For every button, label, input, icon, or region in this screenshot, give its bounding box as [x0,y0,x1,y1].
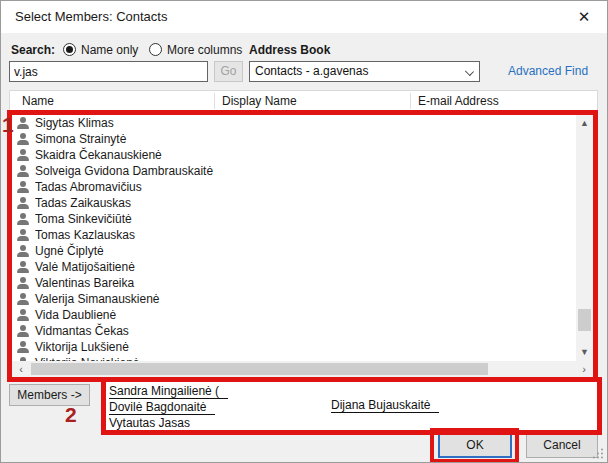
horizontal-scroll-thumb[interactable] [31,363,488,375]
contact-person-icon [17,133,29,145]
contact-person-icon [17,165,29,177]
close-icon[interactable]: ✕ [574,7,594,27]
contact-person-icon [17,245,29,257]
radio-more-columns-label[interactable]: More columns [167,43,242,57]
contact-name: Tadas Abromavičius [35,180,142,194]
contact-name: Vidmantas Čekas [35,324,129,338]
member-entry[interactable]: Sandra Mingailienė ( [109,384,228,399]
list-item[interactable]: Valerija Simanauskienė [12,291,576,307]
list-item[interactable]: Tomas Kazlauskas [12,227,576,243]
list-item[interactable]: Valentinas Bareika [12,275,576,291]
members-row: Vytautas Jasas [109,414,598,430]
column-name[interactable]: Name [22,94,54,108]
contact-person-icon [17,341,29,353]
address-book-value: Contacts - a.gavenas [255,64,368,78]
contact-name: Solveiga Gvidona Dambrauskaitė [35,164,213,178]
dialog-title: Select Members: Contacts [15,9,167,24]
contact-name: Valė Matijošaitienė [35,260,135,274]
list-item[interactable]: Solveiga Gvidona Dambrauskaitė [12,163,576,179]
column-separator [410,93,411,109]
contact-person-icon [17,325,29,337]
address-book-label: Address Book [249,43,330,57]
annotation-number-2: 2 [65,403,77,427]
list-item[interactable]: Sigytas Klimas [12,115,576,131]
members-row: Dovilė Bagdonaitė Dijana Bujauskaitė [109,398,598,414]
member-entry[interactable]: Dovilė Bagdonaitė [109,400,215,415]
column-email-address[interactable]: E-mail Address [418,94,499,108]
annotation-number-1: 1 [2,113,14,137]
contact-name: Sigytas Klimas [35,116,114,130]
contact-name: Tomas Kazlauskas [35,228,135,242]
list-item[interactable]: Tadas Abromavičius [12,179,576,195]
search-input[interactable] [9,61,208,82]
radio-name-only[interactable] [63,43,76,56]
contact-name: Valerija Simanauskienė [35,292,160,306]
vertical-scroll-thumb[interactable] [578,309,591,331]
contact-person-icon [17,293,29,305]
contact-list: Sigytas Klimas Simona Strainytė Skaidra … [12,115,593,377]
radio-more-columns[interactable] [149,43,162,56]
select-members-dialog: Select Members: Contacts ✕ Search: Name … [0,0,608,463]
address-book-select[interactable]: Contacts - a.gavenas [249,61,480,82]
cancel-button[interactable]: Cancel [526,433,598,458]
list-column-header: Name Display Name E-mail Address [9,90,598,111]
contact-name: Viktorija Lukšienė [35,340,129,354]
contact-person-icon [17,197,29,209]
contact-name: Tadas Zaikauskas [35,196,131,210]
contact-name: Skaidra Čekanauskienė [35,148,162,162]
column-display-name[interactable]: Display Name [222,94,297,108]
contact-person-icon [17,277,29,289]
list-item[interactable]: Valė Matijošaitienė [12,259,576,275]
members-button[interactable]: Members -> [9,384,90,406]
list-item[interactable]: Tadas Zaikauskas [12,195,576,211]
column-separator [214,93,215,109]
advanced-find-link[interactable]: Advanced Find [508,64,588,78]
radio-name-only-label[interactable]: Name only [81,43,138,57]
member-entry[interactable]: Vytautas Jasas [109,416,199,431]
list-item[interactable]: Toma Sinkevičiūtė [12,211,576,227]
scroll-right-icon[interactable]: › [576,361,592,377]
contact-person-icon [17,261,29,273]
contact-name: Ugnė Čiplytė [35,244,104,258]
horizontal-scrollbar[interactable]: ‹ › [12,361,593,377]
contact-person-icon [17,181,29,193]
contact-name: Toma Sinkevičiūtė [35,212,132,226]
list-item[interactable]: Viktorija Lukšienė [12,339,576,355]
contact-name: Vida Daublienė [35,308,116,322]
list-item[interactable]: Skaidra Čekanauskienė [12,147,576,163]
list-item[interactable]: Vida Daublienė [12,307,576,323]
search-label: Search: [11,43,55,57]
scroll-left-icon[interactable]: ‹ [13,361,29,377]
contact-person-icon [17,117,29,129]
vertical-scrollbar[interactable]: ▲ ▼ [576,115,593,361]
list-item[interactable]: Vidmantas Čekas [12,323,576,339]
member-entry[interactable]: Dijana Bujauskaitė [331,398,439,413]
contact-person-icon [17,309,29,321]
list-item[interactable]: Simona Strainytė [12,131,576,147]
list-item[interactable]: Ugnė Čiplytė [12,243,576,259]
resize-grip-icon[interactable] [593,448,604,459]
contact-name: Simona Strainytė [35,132,126,146]
contact-person-icon [17,149,29,161]
members-row: Sandra Mingailienė ( [109,382,598,398]
contact-rows: Sigytas Klimas Simona Strainytė Skaidra … [12,115,576,361]
chevron-down-icon [465,67,474,76]
contact-person-icon [17,213,29,225]
contact-person-icon [17,229,29,241]
contact-name: Valentinas Bareika [35,276,134,290]
scroll-down-icon[interactable]: ▼ [576,344,593,361]
scroll-up-icon[interactable]: ▲ [576,115,593,132]
members-field[interactable]: Sandra Mingailienė ( Dovilė Bagdonaitė D… [105,381,598,431]
go-button[interactable]: Go [214,61,243,82]
ok-button[interactable]: OK [438,433,512,458]
title-bar: Select Members: Contacts ✕ [1,1,607,33]
